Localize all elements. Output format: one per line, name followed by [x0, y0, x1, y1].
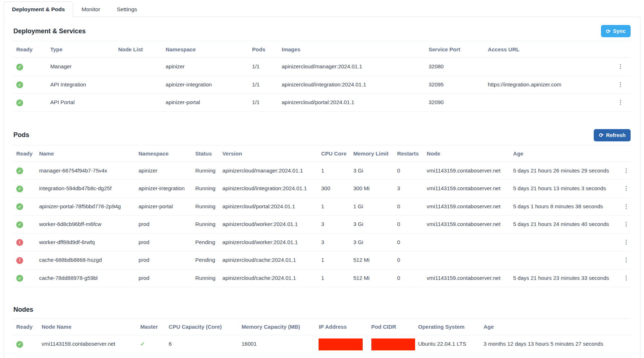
ready-status-icon — [16, 203, 23, 210]
ready-status-icon — [16, 239, 23, 246]
pods-count-cell: 1/1 — [249, 94, 279, 112]
tab-settings[interactable]: Settings — [108, 1, 145, 17]
col-memory-capacity: Memory Capacity (MB) — [239, 319, 316, 335]
pods-section-title: Pods — [13, 131, 29, 139]
restarts-cell: 0 — [394, 216, 424, 234]
pods-table: Ready Name Namespace Status Version CPU … — [13, 145, 631, 287]
col-service-port: Service Port — [426, 41, 485, 58]
nodes-section: Nodes Ready Node Name Master CPU Capacit… — [13, 304, 631, 353]
refresh-button[interactable]: ⟳ Refresh — [594, 129, 631, 141]
restarts-cell: 0 — [394, 269, 424, 287]
row-menu-button[interactable]: ⋮ — [621, 256, 631, 264]
col-name: Name — [36, 145, 136, 162]
pods-count-cell: 1/1 — [249, 58, 279, 76]
node-table-row: vmi1143159.contaboserver.net 6 16001 Ubu… — [13, 335, 631, 353]
row-menu-button[interactable]: ⋮ — [621, 203, 631, 210]
ready-status-icon — [16, 167, 23, 174]
deployments-section: Deployment & Services ⟳ Sync Ready Type … — [13, 25, 631, 112]
pod-name-cell: cache-78dd88978-g59bl — [36, 269, 136, 287]
memory-limit-cell: 3 Gi — [350, 162, 394, 180]
version-cell: apinizercloud/portal:2024.01.1 — [219, 197, 318, 216]
col-namespace: Namespace — [163, 41, 249, 58]
restarts-cell: 0 — [394, 197, 424, 216]
row-menu-button[interactable]: ⋮ — [615, 98, 626, 106]
col-memory-limit: Memory Limit — [350, 145, 394, 162]
memory-limit-cell: 300 Mi — [350, 180, 394, 198]
deployment-table-row: API Portal apinizer-portal 1/1 apinizerc… — [13, 94, 631, 112]
cpu-core-cell: 1 — [318, 197, 350, 216]
access-url-cell: https://integration.apinizer.com — [485, 76, 609, 94]
memory-limit-cell: 512 Mi — [350, 269, 394, 287]
deployment-table-row: Manager apinizer 1/1 apinizercloud/manag… — [13, 58, 631, 76]
pod-table-row: integration-594db47b8c-dg25f apinizer-in… — [13, 180, 631, 198]
ready-status-icon — [16, 186, 23, 192]
col-actions — [618, 145, 631, 162]
restarts-cell: 0 — [394, 162, 424, 180]
operating-system-cell: Ubuntu 22.04.1 LTS — [415, 335, 481, 353]
row-menu-button[interactable]: ⋮ — [621, 220, 631, 228]
age-cell — [510, 251, 618, 269]
nodes-body: vmi1143159.contaboserver.net 6 16001 Ubu… — [13, 335, 631, 353]
pod-table-row: worker-6d8cb96bff-m6fcw prod Running api… — [13, 216, 631, 234]
pod-table-row: worker-dff88d9df-6rwfq prod Pending apin… — [13, 233, 631, 251]
col-node-name: Node Name — [39, 319, 137, 335]
service-port-cell: 32095 — [426, 76, 485, 94]
col-status: Status — [192, 145, 219, 162]
redacted-ip-block — [319, 338, 363, 350]
version-cell: apinizercloud/worker:2024.01.1 — [219, 233, 318, 251]
cpu-core-cell: 300 — [318, 180, 350, 198]
pod-name-cell: integration-594db47b8c-dg25f — [36, 180, 136, 198]
namespace-cell: apinizer-integration — [136, 180, 192, 198]
col-access-url: Access URL — [485, 41, 609, 58]
age-cell — [510, 233, 618, 251]
node-cell: vmi1143159.contaboserver.net — [424, 180, 510, 198]
node-cell: vmi1143159.contaboserver.net — [424, 162, 510, 180]
row-menu-button[interactable]: ⋮ — [621, 238, 631, 246]
row-menu-button[interactable]: ⋮ — [615, 63, 626, 70]
sync-icon: ⟳ — [606, 29, 611, 34]
ready-status-icon — [16, 99, 23, 106]
row-menu-button[interactable]: ⋮ — [621, 274, 631, 282]
col-cpu-core: CPU Core — [318, 145, 350, 162]
memory-limit-cell: 3 Gi — [350, 233, 394, 251]
col-version: Version — [219, 145, 318, 162]
node-cell — [424, 251, 510, 269]
row-menu-button[interactable]: ⋮ — [621, 184, 631, 192]
refresh-icon: ⟳ — [599, 132, 604, 138]
nodes-table: Ready Node Name Master CPU Capacity (Cor… — [13, 318, 631, 353]
service-port-cell: 32080 — [426, 58, 485, 76]
pods-count-cell: 1/1 — [249, 76, 279, 94]
row-menu-button[interactable]: ⋮ — [615, 81, 626, 88]
namespace-cell: apinizer — [136, 162, 192, 180]
pod-table-row: cache-78dd88978-g59bl prod Running apini… — [13, 269, 631, 287]
tab-deployment-pods[interactable]: Deployment & Pods — [4, 1, 73, 17]
sync-button[interactable]: ⟳ Sync — [601, 25, 631, 37]
namespace-cell: apinizer-portal — [163, 94, 249, 112]
col-namespace: Namespace — [136, 145, 192, 162]
col-operating-system: Operating System — [415, 319, 481, 335]
status-cell: Running — [192, 216, 219, 234]
memory-capacity-cell: 16001 — [239, 335, 316, 353]
memory-limit-cell: 512 Mi — [350, 251, 394, 269]
node-list-cell — [115, 94, 163, 112]
tab-content-panel: Deployment & Services ⟳ Sync Ready Type … — [4, 17, 640, 358]
version-cell: apinizercloud/worker:2024.01.1 — [219, 216, 318, 234]
images-cell: apinizercloud/manager:2024.01.1 — [279, 58, 426, 76]
namespace-cell: prod — [136, 251, 192, 269]
tab-monitor[interactable]: Monitor — [73, 1, 108, 17]
age-cell: 5 days 21 hours 24 minutes 40 seconds — [510, 216, 618, 234]
ready-status-icon — [16, 221, 23, 228]
pod-name-cell: apinizer-portal-78f5bbd778-2p94g — [36, 197, 136, 216]
node-list-cell — [115, 76, 163, 94]
version-cell: apinizercloud/cache:2024.01.1 — [219, 251, 318, 269]
pod-name-cell: worker-6d8cb96bff-m6fcw — [36, 216, 136, 234]
version-cell: apinizercloud/cache:2024.01.1 — [219, 269, 318, 287]
col-master: Master — [137, 319, 166, 335]
age-cell: 5 days 21 hours 26 minutes 29 seconds — [510, 162, 618, 180]
status-cell: Pending — [192, 251, 219, 269]
status-cell: Pending — [192, 233, 219, 251]
deployments-section-title: Deployment & Services — [13, 27, 86, 35]
age-cell: 5 days 1 hours 8 minutes 38 seconds — [510, 197, 618, 216]
row-menu-button[interactable]: ⋮ — [621, 167, 631, 174]
status-cell: Running — [192, 180, 219, 198]
